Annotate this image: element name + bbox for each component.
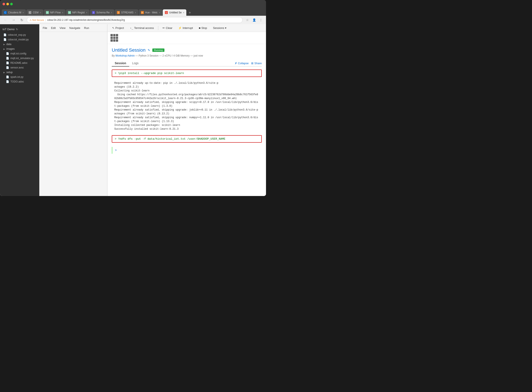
grid-icon-area xyxy=(107,32,266,44)
menu-edit[interactable]: Edit xyxy=(51,26,56,30)
tab-close-schema-registry[interactable]: × xyxy=(111,11,112,14)
tab-nifi-flow[interactable]: N NiFi Flow × xyxy=(44,9,65,16)
project-icon: ↖ xyxy=(112,26,115,30)
tab-close-streams[interactable]: × xyxy=(135,11,136,14)
back-button[interactable]: ← xyxy=(3,17,9,23)
sidebar-item-todo[interactable]: 📄 TODO.adoc xyxy=(0,79,39,84)
tab-untitled-session[interactable]: U Untitled Se × xyxy=(163,9,186,16)
sidebar-item-mqtt-sim[interactable]: 📄 mqtt.iot_simulator.py xyxy=(0,56,39,61)
grid-dot xyxy=(116,37,118,39)
code-text-2: !hdfs dfs -put -f data/historical_iot.tx… xyxy=(118,137,225,140)
address-actions: ☆ 👤 ⋮ xyxy=(245,17,264,23)
url-bar[interactable]: ⚠ Not Secure | cdsw.54.202.2.197.nip.io/… xyxy=(27,17,243,23)
tab-close-untitled[interactable]: × xyxy=(183,11,184,14)
tab-favicon-nifi-registry: N xyxy=(68,11,71,14)
tab-cem[interactable]: C CEM × xyxy=(26,9,43,16)
sidebar-item-cdsw-exp[interactable]: 📄 cdsw.iot_exp.py xyxy=(0,33,39,37)
sessions-button[interactable]: Sessions ▾ xyxy=(211,26,228,30)
tabs-bar: C Cloudera M × C CEM × N NiFi Flow × N N… xyxy=(0,8,266,16)
tab-close-nifi-registry[interactable]: × xyxy=(86,11,87,14)
tab-close-cem[interactable]: × xyxy=(40,11,41,14)
tab-hue[interactable]: H Hue - Welc × xyxy=(139,9,162,16)
sidebar-item-setup[interactable]: ▶ setup xyxy=(0,70,39,75)
grid-dot xyxy=(113,37,116,39)
share-button[interactable]: ⊞ Share xyxy=(251,62,262,65)
folder-arrow-icon: ▶ xyxy=(3,43,5,46)
tab-label-hue: Hue - Welc xyxy=(145,11,158,14)
grid-dot xyxy=(111,34,113,36)
tab-favicon-nifi-flow: N xyxy=(46,11,49,14)
session-title: Untitled Session xyxy=(112,47,146,53)
menu-icon[interactable]: ⋮ xyxy=(258,17,264,23)
menu-navigate[interactable]: Navigate xyxy=(69,26,80,30)
collapse-button[interactable]: ✗ Collapse xyxy=(235,62,249,65)
grid-dot xyxy=(111,39,113,42)
address-bar: ← → ↻ ⚠ Not Secure | cdsw.54.202.2.197.n… xyxy=(0,16,266,24)
menu-file[interactable]: File xyxy=(43,26,47,30)
refresh-icon[interactable]: ↻ xyxy=(16,28,18,31)
session-header: Untitled Session ✎ Running xyxy=(112,47,262,53)
grid-apps-icon[interactable] xyxy=(111,34,118,42)
new-cell-area[interactable]: > xyxy=(112,147,262,154)
sidebar-item-images[interactable]: ▶ images xyxy=(0,47,39,51)
code-text-1: !pip3 install --upgrade pip scikit-learn xyxy=(118,72,184,75)
menu-view[interactable]: View xyxy=(60,26,65,30)
tab-nifi-registry[interactable]: N NiFi Regist × xyxy=(66,9,89,16)
sidebar-item-mqtt-config[interactable]: 📄 mqtt.iot.config xyxy=(0,51,39,56)
code-input-1[interactable]: > !pip3 install --upgrade pip scikit-lea… xyxy=(112,70,262,77)
file-icon: 📄 xyxy=(6,66,9,69)
interrupt-button[interactable]: ⚡ Interrupt xyxy=(176,26,194,30)
folder-arrow-icon: ▶ xyxy=(3,71,5,74)
code-input-2[interactable]: > !hdfs dfs -put -f data/historical_iot.… xyxy=(112,135,262,143)
close-traffic-light[interactable] xyxy=(3,3,5,5)
terminal-button[interactable]: ›_ Terminal access xyxy=(128,26,156,30)
tab-close-hue[interactable]: × xyxy=(159,11,160,14)
minimize-traffic-light[interactable] xyxy=(6,3,9,5)
reload-button[interactable]: ↻ xyxy=(19,17,25,23)
folder-arrow-icon: ▶ xyxy=(3,48,5,50)
file-icon: 📄 xyxy=(3,33,7,36)
forward-button[interactable]: → xyxy=(11,17,17,23)
new-cell-prompt: > xyxy=(115,149,117,152)
tab-label-nifi-flow: NiFi Flow xyxy=(50,11,61,14)
traffic-lights xyxy=(3,3,13,5)
account-icon[interactable]: 👤 xyxy=(252,17,257,23)
terminal-icon: ›_ xyxy=(130,26,133,30)
code-prompt-1: > xyxy=(115,72,116,75)
sidebar: IoT Demo ↻ 📄 cdsw.iot_exp.py 📄 cdsw.iot_… xyxy=(0,24,39,196)
sessions-label: Sessions xyxy=(213,26,224,30)
sidebar-item-cdsw-model[interactable]: 📄 cdsw.iot_model.py xyxy=(0,37,39,42)
edit-session-title-icon[interactable]: ✎ xyxy=(148,48,150,52)
tab-close-nifi-flow[interactable]: × xyxy=(62,11,63,14)
new-tab-button[interactable]: + xyxy=(187,10,193,16)
file-icon: 📄 xyxy=(6,75,9,79)
tab-close-cloudera[interactable]: × xyxy=(23,11,24,14)
sidebar-item-data[interactable]: ▶ data xyxy=(0,42,39,47)
sidebar-item-spark[interactable]: 📄 spark.iot.py xyxy=(0,75,39,79)
fullscreen-traffic-light[interactable] xyxy=(10,3,13,5)
sidebar-item-readme[interactable]: 📄 README.adoc xyxy=(0,61,39,65)
tab-session[interactable]: Session xyxy=(112,60,129,66)
tab-favicon-schema-registry: S xyxy=(92,11,95,14)
bookmark-icon[interactable]: ☆ xyxy=(245,17,250,23)
stop-button[interactable]: ■ Stop xyxy=(197,26,209,30)
tab-favicon-cem: C xyxy=(28,11,32,14)
tab-streams[interactable]: S STREAMS × xyxy=(115,9,138,16)
tab-schema-registry[interactable]: S Schema Re × xyxy=(90,9,114,16)
content-split: File Edit View Navigate Run ↖ Project ›_ xyxy=(39,24,266,196)
sidebar-item-sensor[interactable]: 📄 sensor.avsc xyxy=(0,65,39,70)
session-meta: By Workshop Admin — Python 3 Session — 2… xyxy=(112,54,262,57)
clear-label: Clear xyxy=(166,26,172,30)
session-toolbar: ↖ Project ›_ Terminal access ✏ Clear ⚡ xyxy=(107,24,266,32)
tab-label-cem: CEM xyxy=(33,11,38,14)
clear-button[interactable]: ✏ Clear xyxy=(161,26,174,30)
author-link[interactable]: Workshop Admin xyxy=(115,54,135,57)
grid-dot xyxy=(113,39,116,42)
tab-cloudera[interactable]: C Cloudera M × xyxy=(2,9,26,16)
menu-run[interactable]: Run xyxy=(84,26,89,30)
collapse-icon: ✗ xyxy=(235,62,237,65)
tab-logs[interactable]: Logs xyxy=(129,60,142,66)
project-button[interactable]: ↖ Project xyxy=(111,26,125,30)
browser-window: C Cloudera M × C CEM × N NiFi Flow × N N… xyxy=(0,0,266,196)
file-icon: 📄 xyxy=(6,52,9,55)
